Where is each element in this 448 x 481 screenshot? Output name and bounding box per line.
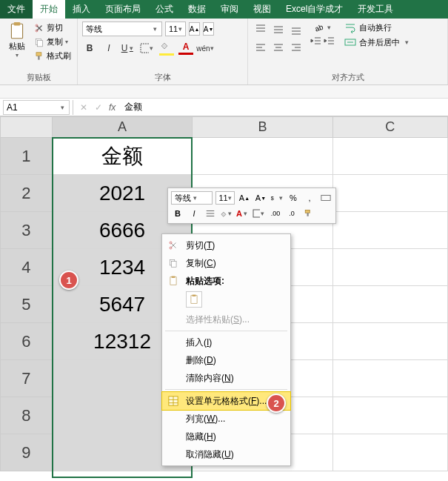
bold-button[interactable]: B	[82, 41, 97, 56]
cell-C4[interactable]	[332, 249, 447, 286]
cell-A1[interactable]: 金额	[52, 138, 193, 175]
cell-B1[interactable]	[193, 138, 332, 175]
merge-center-button[interactable]: 合并后居中 ▾	[344, 36, 410, 48]
decrease-indent-button[interactable]	[310, 35, 322, 47]
context-menu: 剪切(T) 复制(C) 粘贴选项: 选择性粘贴(S)... 插入(I) 删除(D…	[161, 233, 291, 466]
mini-merge[interactable]	[319, 191, 332, 205]
accept-formula-icon[interactable]: ✓	[91, 100, 106, 115]
row-header-9[interactable]: 9	[1, 434, 53, 471]
mini-font-size[interactable]: 11▾	[215, 191, 235, 205]
mini-format-painter[interactable]	[301, 207, 315, 220]
font-size-combo[interactable]: 11▾	[165, 21, 186, 36]
fill-color-button[interactable]	[159, 42, 174, 56]
align-bottom-button[interactable]	[288, 21, 304, 38]
row-header-4[interactable]: 4	[1, 249, 53, 286]
cut-button[interactable]: 剪切	[33, 21, 73, 34]
font-name-combo[interactable]: 等线▾	[82, 21, 162, 36]
tab-data[interactable]: 数据	[181, 0, 213, 19]
tab-page-layout[interactable]: 页面布局	[98, 0, 148, 19]
ctx-column-width[interactable]: 列宽(W)...	[162, 410, 290, 428]
ctx-unhide[interactable]: 取消隐藏(U)	[162, 445, 290, 463]
col-header-C[interactable]: C	[332, 117, 447, 138]
fx-icon[interactable]: fx	[106, 102, 118, 113]
ctx-paste-default[interactable]	[186, 291, 202, 308]
group-font-label: 字体	[82, 72, 243, 84]
tab-insert[interactable]: 插入	[65, 0, 98, 19]
ctx-cut[interactable]: 剪切(T)	[162, 236, 290, 254]
increase-indent-button[interactable]	[324, 35, 335, 47]
mini-comma[interactable]: ,	[303, 191, 316, 205]
align-top-button[interactable]	[253, 21, 269, 38]
tab-formula[interactable]: 公式	[148, 0, 181, 19]
mini-font-name[interactable]: 等线▾	[171, 191, 213, 205]
italic-button[interactable]: I	[101, 41, 116, 56]
row-header-8[interactable]: 8	[1, 397, 53, 434]
mini-italic[interactable]: I	[187, 207, 201, 220]
mini-decrease-decimal[interactable]: .0	[285, 207, 298, 220]
row-header-3[interactable]: 3	[1, 212, 53, 249]
col-header-A[interactable]: A	[52, 117, 193, 138]
align-center-button[interactable]	[270, 39, 287, 56]
group-clipboard-label: 剪贴板	[4, 72, 73, 84]
row-header-5[interactable]: 5	[1, 286, 53, 323]
cell-C2[interactable]	[332, 175, 447, 212]
wrap-text-button[interactable]: 自动换行	[344, 21, 410, 33]
ctx-insert[interactable]: 插入(I)	[162, 334, 290, 351]
mini-fill-color[interactable]: ▾	[220, 207, 233, 220]
cell-C3[interactable]	[332, 212, 447, 249]
scissors-icon	[34, 23, 44, 33]
name-box[interactable]: A1▾	[3, 100, 70, 115]
ctx-clear[interactable]: 清除内容(N)	[162, 369, 290, 387]
align-right-button[interactable]	[288, 39, 304, 56]
ribbon-tabs: 文件 开始 插入 页面布局 公式 数据 审阅 视图 Excel自学成才 开发工具	[0, 0, 448, 19]
ctx-hide[interactable]: 隐藏(H)	[162, 428, 290, 445]
mini-bold[interactable]: B	[171, 207, 184, 220]
cell-C7[interactable]	[332, 360, 447, 397]
mini-increase-decimal[interactable]: .00	[269, 207, 282, 220]
phonetic-button[interactable]: wén▾	[198, 41, 213, 56]
row-header-1[interactable]: 1	[1, 138, 53, 175]
tab-developer[interactable]: 开发工具	[350, 0, 401, 19]
paste-button[interactable]: 粘贴 ▾	[4, 21, 30, 72]
formula-input[interactable]: 金额	[118, 101, 448, 113]
cell-C8[interactable]	[332, 397, 447, 434]
col-header-B[interactable]: B	[193, 117, 332, 138]
cell-C9[interactable]	[332, 434, 447, 471]
mini-accounting-format[interactable]: $▾	[270, 191, 284, 205]
copy-button[interactable]: 复制 ▾	[33, 36, 73, 48]
cancel-formula-icon[interactable]: ✕	[76, 100, 91, 115]
row-header-2[interactable]: 2	[1, 175, 53, 212]
tab-file[interactable]: 文件	[0, 0, 33, 19]
align-middle-button[interactable]	[270, 21, 287, 38]
row-header-7[interactable]: 7	[1, 360, 53, 397]
format-painter-button[interactable]: 格式刷	[33, 50, 73, 62]
tab-selfstudy[interactable]: Excel自学成才	[278, 0, 350, 19]
cell-C1[interactable]	[332, 138, 447, 175]
tab-review[interactable]: 审阅	[213, 0, 246, 19]
font-color-button[interactable]: A	[178, 42, 193, 55]
mini-percent[interactable]: %	[287, 191, 300, 205]
tab-view[interactable]: 视图	[246, 0, 278, 19]
cell-C6[interactable]	[332, 323, 447, 360]
svg-rect-14	[305, 210, 310, 213]
tab-home[interactable]: 开始	[33, 0, 65, 19]
select-all-corner[interactable]	[1, 117, 53, 138]
svg-rect-19	[172, 262, 176, 268]
align-left-button[interactable]	[253, 39, 269, 56]
decrease-font-button[interactable]: A▼	[203, 22, 214, 36]
mini-shrink-font[interactable]: A▼	[254, 191, 267, 205]
ctx-delete[interactable]: 删除(D)	[162, 351, 290, 369]
underline-button[interactable]: U▾	[121, 41, 136, 56]
merge-icon	[344, 36, 356, 48]
row-header-6[interactable]: 6	[1, 323, 53, 360]
mini-align[interactable]	[204, 207, 217, 220]
paintbrush-icon	[304, 209, 312, 218]
mini-border[interactable]: ▾	[253, 207, 266, 220]
border-button[interactable]: ▾	[140, 41, 155, 56]
cell-C5[interactable]	[332, 286, 447, 323]
ctx-copy[interactable]: 复制(C)	[162, 254, 290, 272]
mini-grow-font[interactable]: A▲	[238, 191, 251, 205]
orientation-button[interactable]: ab▾	[310, 21, 335, 33]
mini-font-color[interactable]: A▾	[236, 207, 250, 220]
increase-font-button[interactable]: A▲	[189, 22, 200, 36]
